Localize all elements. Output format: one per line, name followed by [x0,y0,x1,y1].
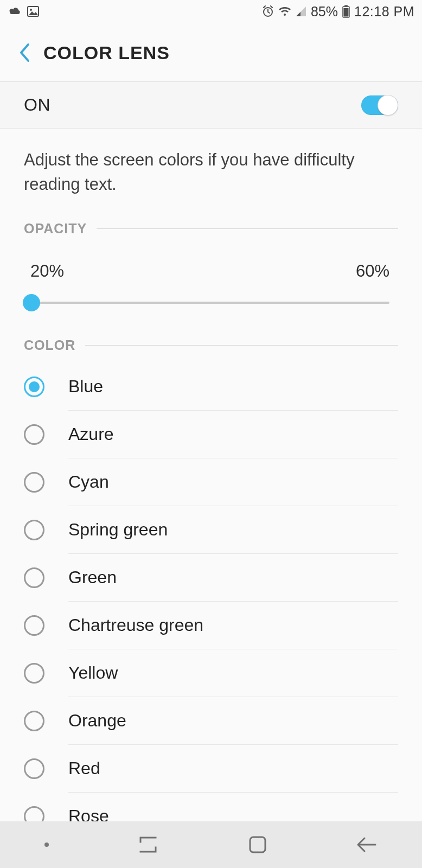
radio-button[interactable] [24,472,44,493]
color-option-label-wrap: Blue [68,363,398,411]
color-option[interactable]: Rose [0,793,422,821]
color-option-label: Azure [68,424,114,444]
battery-percent: 85% [311,4,338,20]
color-options-list: BlueAzureCyanSpring greenGreenChartreuse… [0,359,422,821]
back-button[interactable] [11,39,38,66]
home-button[interactable] [248,835,267,854]
color-option-label: Blue [68,376,103,397]
cloud-icon [8,7,22,16]
alarm-icon [262,5,274,17]
color-option-label-wrap: Green [68,554,398,602]
color-section-header: COLOR [0,330,422,359]
divider [97,228,398,229]
color-option-label-wrap: Cyan [68,458,398,506]
signal-icon [296,6,306,17]
color-option-label: Cyan [68,472,109,492]
slider-track [30,302,389,304]
chevron-left-icon [18,43,30,62]
wifi-icon [278,6,291,17]
radio-button[interactable] [24,711,44,731]
color-option[interactable]: Yellow [0,649,422,697]
color-option-label-wrap: Chartreuse green [68,602,398,649]
master-toggle-label: ON [24,95,50,115]
color-option-label: Yellow [68,663,118,683]
radio-button[interactable] [24,806,44,821]
color-option-label-wrap: Spring green [68,506,398,554]
image-icon [27,6,39,17]
description-text: Adjust the screen colors if you have dif… [0,129,422,213]
color-option-label: Spring green [68,520,168,540]
color-option-label-wrap: Azure [68,411,398,458]
opacity-max-label: 60% [356,261,389,281]
svg-rect-5 [343,8,348,17]
color-option-label-wrap: Red [68,745,398,793]
svg-rect-4 [344,5,348,7]
color-option-label: Rose [68,806,109,821]
opacity-min-label: 20% [30,261,64,281]
color-option-label: Red [68,758,100,778]
svg-point-1 [30,9,32,11]
radio-button[interactable] [24,424,44,445]
color-option[interactable]: Cyan [0,458,422,506]
radio-button[interactable] [24,758,44,779]
radio-button[interactable] [24,615,44,636]
nav-indicator-dot [44,843,49,847]
opacity-section-label: OPACITY [24,221,87,237]
opacity-range-labels: 20% 60% [0,242,422,288]
color-option-label-wrap: Orange [68,697,398,745]
radio-button[interactable] [24,567,44,588]
back-nav-button[interactable] [356,836,378,853]
color-section-label: COLOR [24,337,75,353]
color-option-label-wrap: Yellow [68,649,398,697]
color-option-label-wrap: Rose [68,793,398,821]
page-title: COLOR LENS [43,42,170,63]
color-option[interactable]: Blue [0,363,422,411]
navigation-bar [0,821,422,868]
opacity-slider[interactable] [23,291,389,315]
page-header: COLOR LENS [0,23,422,82]
clock-time: 12:18 PM [354,4,414,20]
master-toggle-switch[interactable] [361,95,398,115]
divider [85,345,398,346]
radio-button[interactable] [24,376,44,397]
radio-button[interactable] [24,663,44,684]
color-option-label: Chartreuse green [68,615,203,635]
color-option[interactable]: Red [0,745,422,793]
toggle-knob [378,95,398,116]
color-option-label: Green [68,567,117,588]
color-option[interactable]: Spring green [0,506,422,554]
color-option[interactable]: Chartreuse green [0,602,422,649]
recents-button[interactable] [137,837,159,853]
battery-icon [342,5,350,18]
status-bar: 85% 12:18 PM [0,0,422,23]
color-option[interactable]: Azure [0,411,422,458]
radio-button[interactable] [24,520,44,540]
color-option[interactable]: Orange [0,697,422,745]
svg-rect-6 [250,837,265,852]
color-option[interactable]: Green [0,554,422,602]
master-toggle-row[interactable]: ON [0,82,422,129]
opacity-section-header: OPACITY [0,213,422,242]
slider-thumb[interactable] [23,294,40,311]
color-option-label: Orange [68,711,126,731]
